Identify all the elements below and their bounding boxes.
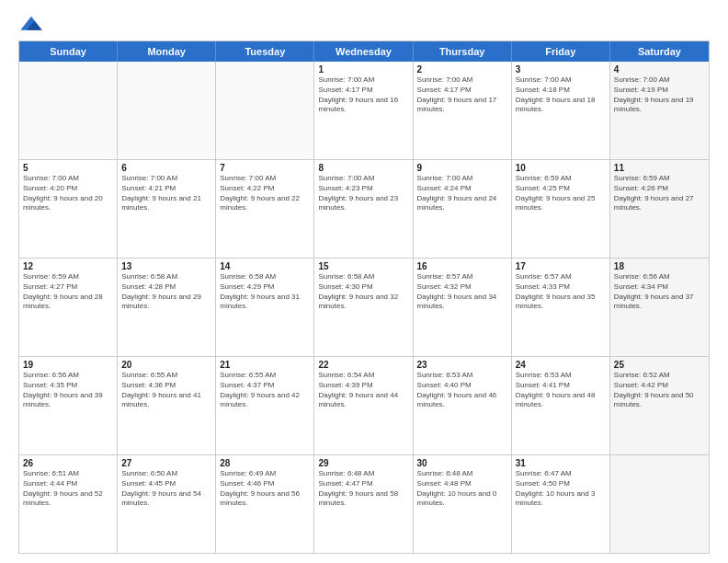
cell-date-number: 8 — [318, 163, 408, 173]
cell-info-text: Sunrise: 6:48 AM Sunset: 4:48 PM Dayligh… — [417, 469, 507, 509]
calendar-cell: 24Sunrise: 6:53 AM Sunset: 4:41 PM Dayli… — [512, 357, 610, 454]
weekday-header-thursday: Thursday — [414, 41, 512, 62]
cell-date-number: 11 — [614, 163, 705, 173]
calendar-week-2: 5Sunrise: 7:00 AM Sunset: 4:20 PM Daylig… — [19, 160, 709, 259]
calendar-cell: 20Sunrise: 6:55 AM Sunset: 4:36 PM Dayli… — [118, 357, 216, 454]
calendar-week-1: 1Sunrise: 7:00 AM Sunset: 4:17 PM Daylig… — [19, 62, 709, 160]
cell-date-number: 30 — [417, 458, 507, 468]
calendar-cell: 14Sunrise: 6:58 AM Sunset: 4:29 PM Dayli… — [216, 259, 314, 356]
calendar-cell: 27Sunrise: 6:50 AM Sunset: 4:45 PM Dayli… — [118, 455, 216, 553]
calendar-cell: 29Sunrise: 6:48 AM Sunset: 4:47 PM Dayli… — [314, 455, 413, 553]
cell-date-number: 13 — [121, 261, 211, 271]
cell-info-text: Sunrise: 6:59 AM Sunset: 4:27 PM Dayligh… — [23, 272, 113, 312]
calendar-cell: 25Sunrise: 6:52 AM Sunset: 4:42 PM Dayli… — [610, 357, 709, 454]
cell-info-text: Sunrise: 7:00 AM Sunset: 4:17 PM Dayligh… — [417, 75, 507, 115]
cell-info-text: Sunrise: 7:00 AM Sunset: 4:24 PM Dayligh… — [417, 174, 507, 213]
calendar-cell: 18Sunrise: 6:56 AM Sunset: 4:34 PM Dayli… — [610, 259, 709, 356]
cell-info-text: Sunrise: 7:00 AM Sunset: 4:23 PM Dayligh… — [318, 174, 408, 213]
cell-date-number: 3 — [516, 64, 606, 75]
cell-date-number: 28 — [220, 458, 310, 468]
cell-info-text: Sunrise: 6:58 AM Sunset: 4:28 PM Dayligh… — [121, 272, 211, 312]
cell-date-number: 26 — [23, 458, 113, 468]
logo — [18, 15, 48, 33]
calendar-cell: 16Sunrise: 6:57 AM Sunset: 4:32 PM Dayli… — [414, 259, 512, 356]
cell-date-number: 7 — [220, 163, 310, 173]
cell-info-text: Sunrise: 7:00 AM Sunset: 4:18 PM Dayligh… — [516, 75, 606, 115]
calendar-cell: 1Sunrise: 7:00 AM Sunset: 4:17 PM Daylig… — [314, 62, 413, 159]
calendar-cell: 21Sunrise: 6:55 AM Sunset: 4:37 PM Dayli… — [216, 357, 314, 454]
cell-info-text: Sunrise: 6:57 AM Sunset: 4:32 PM Dayligh… — [417, 272, 507, 312]
cell-date-number: 17 — [516, 261, 606, 271]
cell-info-text: Sunrise: 6:48 AM Sunset: 4:47 PM Dayligh… — [318, 469, 408, 509]
calendar-header: SundayMondayTuesdayWednesdayThursdayFrid… — [19, 41, 709, 62]
calendar-cell: 2Sunrise: 7:00 AM Sunset: 4:17 PM Daylig… — [414, 62, 512, 159]
weekday-header-sunday: Sunday — [19, 41, 118, 62]
weekday-header-tuesday: Tuesday — [216, 41, 314, 62]
calendar-cell: 8Sunrise: 7:00 AM Sunset: 4:23 PM Daylig… — [314, 160, 413, 258]
calendar-cell: 31Sunrise: 6:47 AM Sunset: 4:50 PM Dayli… — [512, 455, 610, 553]
cell-date-number: 18 — [614, 261, 705, 271]
cell-info-text: Sunrise: 6:57 AM Sunset: 4:33 PM Dayligh… — [516, 272, 606, 312]
calendar-cell: 23Sunrise: 6:53 AM Sunset: 4:40 PM Dayli… — [414, 357, 512, 454]
cell-date-number: 15 — [318, 261, 408, 271]
page-header — [18, 15, 710, 33]
cell-info-text: Sunrise: 7:00 AM Sunset: 4:21 PM Dayligh… — [121, 174, 211, 213]
calendar-cell: 13Sunrise: 6:58 AM Sunset: 4:28 PM Dayli… — [118, 259, 216, 356]
weekday-header-friday: Friday — [512, 41, 610, 62]
cell-date-number: 23 — [417, 360, 507, 370]
calendar-cell: 11Sunrise: 6:59 AM Sunset: 4:26 PM Dayli… — [610, 160, 709, 258]
calendar-cell: 9Sunrise: 7:00 AM Sunset: 4:24 PM Daylig… — [414, 160, 512, 258]
weekday-header-monday: Monday — [118, 41, 216, 62]
cell-date-number: 6 — [121, 163, 211, 173]
cell-date-number: 25 — [614, 360, 705, 370]
calendar-cell: 6Sunrise: 7:00 AM Sunset: 4:21 PM Daylig… — [118, 160, 216, 258]
calendar-cell — [19, 62, 118, 159]
cell-date-number: 2 — [417, 64, 507, 75]
calendar-cell — [610, 455, 709, 553]
calendar-cell: 22Sunrise: 6:54 AM Sunset: 4:39 PM Dayli… — [314, 357, 413, 454]
calendar-cell: 12Sunrise: 6:59 AM Sunset: 4:27 PM Dayli… — [19, 259, 118, 356]
cell-date-number: 24 — [516, 360, 606, 370]
calendar-cell: 5Sunrise: 7:00 AM Sunset: 4:20 PM Daylig… — [19, 160, 118, 258]
calendar: SundayMondayTuesdayWednesdayThursdayFrid… — [18, 40, 710, 554]
cell-info-text: Sunrise: 6:50 AM Sunset: 4:45 PM Dayligh… — [121, 469, 211, 509]
cell-date-number: 20 — [121, 360, 211, 370]
cell-info-text: Sunrise: 6:59 AM Sunset: 4:25 PM Dayligh… — [516, 174, 606, 213]
cell-info-text: Sunrise: 6:55 AM Sunset: 4:37 PM Dayligh… — [220, 371, 310, 410]
calendar-cell: 26Sunrise: 6:51 AM Sunset: 4:44 PM Dayli… — [19, 455, 118, 553]
cell-date-number: 31 — [516, 458, 606, 468]
cell-info-text: Sunrise: 6:53 AM Sunset: 4:40 PM Dayligh… — [417, 371, 507, 410]
cell-date-number: 19 — [23, 360, 113, 370]
cell-info-text: Sunrise: 6:52 AM Sunset: 4:42 PM Dayligh… — [614, 371, 705, 410]
cell-info-text: Sunrise: 6:55 AM Sunset: 4:36 PM Dayligh… — [121, 371, 211, 410]
cell-info-text: Sunrise: 7:00 AM Sunset: 4:19 PM Dayligh… — [614, 75, 705, 115]
cell-date-number: 10 — [516, 163, 606, 173]
cell-date-number: 4 — [614, 64, 705, 75]
calendar-cell: 17Sunrise: 6:57 AM Sunset: 4:33 PM Dayli… — [512, 259, 610, 356]
cell-info-text: Sunrise: 7:00 AM Sunset: 4:22 PM Dayligh… — [220, 174, 310, 213]
calendar-cell — [118, 62, 216, 159]
calendar-cell: 10Sunrise: 6:59 AM Sunset: 4:25 PM Dayli… — [512, 160, 610, 258]
calendar-cell: 4Sunrise: 7:00 AM Sunset: 4:19 PM Daylig… — [610, 62, 709, 159]
logo-icon — [18, 15, 44, 33]
calendar-cell: 3Sunrise: 7:00 AM Sunset: 4:18 PM Daylig… — [512, 62, 610, 159]
cell-info-text: Sunrise: 6:47 AM Sunset: 4:50 PM Dayligh… — [516, 469, 606, 509]
calendar-week-3: 12Sunrise: 6:59 AM Sunset: 4:27 PM Dayli… — [19, 259, 709, 357]
cell-date-number: 16 — [417, 261, 507, 271]
cell-date-number: 14 — [220, 261, 310, 271]
cell-info-text: Sunrise: 6:53 AM Sunset: 4:41 PM Dayligh… — [516, 371, 606, 410]
calendar-cell: 15Sunrise: 6:58 AM Sunset: 4:30 PM Dayli… — [314, 259, 413, 356]
cell-date-number: 9 — [417, 163, 507, 173]
cell-info-text: Sunrise: 6:58 AM Sunset: 4:29 PM Dayligh… — [220, 272, 310, 312]
weekday-header-wednesday: Wednesday — [314, 41, 413, 62]
cell-info-text: Sunrise: 6:54 AM Sunset: 4:39 PM Dayligh… — [318, 371, 408, 410]
cell-info-text: Sunrise: 6:51 AM Sunset: 4:44 PM Dayligh… — [23, 469, 113, 509]
calendar-cell: 28Sunrise: 6:49 AM Sunset: 4:46 PM Dayli… — [216, 455, 314, 553]
weekday-header-saturday: Saturday — [610, 41, 709, 62]
calendar-cell: 19Sunrise: 6:56 AM Sunset: 4:35 PM Dayli… — [19, 357, 118, 454]
cell-info-text: Sunrise: 6:58 AM Sunset: 4:30 PM Dayligh… — [318, 272, 408, 312]
cell-info-text: Sunrise: 6:56 AM Sunset: 4:35 PM Dayligh… — [23, 371, 113, 410]
cell-date-number: 5 — [23, 163, 113, 173]
calendar-week-5: 26Sunrise: 6:51 AM Sunset: 4:44 PM Dayli… — [19, 455, 709, 553]
cell-date-number: 1 — [318, 64, 408, 75]
